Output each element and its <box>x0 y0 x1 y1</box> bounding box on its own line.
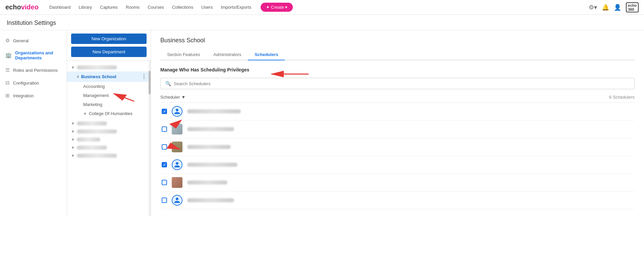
create-button[interactable]: ✦ Create ▾ <box>261 3 293 12</box>
blurred-org-3 <box>77 129 117 134</box>
chevron-collapse-1: ▼ <box>71 65 75 69</box>
top-nav: echovideo Dashboard Library Captures Roo… <box>0 0 644 15</box>
org-tree-blurred-2[interactable]: ▼ <box>67 119 151 127</box>
nav-collections[interactable]: Collections <box>172 5 194 10</box>
blurred-org-6 <box>77 154 117 158</box>
scheduler-col-label[interactable]: Scheduler ▼ <box>160 95 185 100</box>
sidebar-item-config-label: Configuration <box>13 81 39 86</box>
blurred-org-1 <box>77 65 117 69</box>
avatar-2 <box>172 124 182 135</box>
avatar-3 <box>172 142 182 152</box>
scrollbar-thumb[interactable] <box>149 71 151 94</box>
avatar-1 <box>172 106 182 117</box>
nav-rooms[interactable]: Rooms <box>126 5 140 10</box>
org-panel: New Organization New Department ▼ ∧ Busi… <box>67 30 151 216</box>
new-dept-button[interactable]: New Department <box>71 47 147 57</box>
table-row <box>160 103 635 120</box>
scheduler-label-text: Scheduler <box>160 95 180 100</box>
tab-administrators[interactable]: Administrators <box>207 49 248 60</box>
scrollbar-track <box>149 61 151 216</box>
logo-video: video <box>21 3 39 11</box>
chevron-b4: ▼ <box>71 138 75 142</box>
scheduler-checkbox-6[interactable] <box>162 198 167 203</box>
scheduler-name-3 <box>187 145 231 149</box>
scheduler-checkbox-1[interactable] <box>162 109 167 114</box>
sidebar-item-organizations[interactable]: 🏢 Organizations and Departments <box>0 47 67 64</box>
blurred-org-2 <box>77 121 107 125</box>
org-tree-marketing[interactable]: Marketing <box>67 100 151 109</box>
nav-right: ⚙▾ 🔔 👤 echo360 <box>589 2 639 12</box>
nav-dashboard[interactable]: Dashboard <box>49 5 71 10</box>
sidebar-item-integration[interactable]: ⊞ Integration <box>0 89 67 102</box>
nav-courses[interactable]: Courses <box>148 5 164 10</box>
sidebar-item-configuration[interactable]: ⊟ Configuration <box>0 76 67 89</box>
org-tree-accounting[interactable]: Accounting <box>67 82 151 91</box>
org-icon: 🏢 <box>5 52 12 58</box>
table-row <box>160 174 635 192</box>
scheduler-count: 6 Schedulers <box>609 95 635 100</box>
tab-schedulers[interactable]: Schedulers <box>248 49 285 60</box>
table-row <box>160 120 635 138</box>
accounting-label: Accounting <box>83 84 105 89</box>
logo[interactable]: echovideo <box>5 3 39 11</box>
search-bar[interactable]: 🔍 <box>160 78 635 89</box>
org-tree-business-school[interactable]: ∧ Business School ⋮ <box>67 71 151 82</box>
new-org-button[interactable]: New Organization <box>71 34 147 44</box>
sidebar-item-roles-label: Roles and Permissions <box>13 68 58 73</box>
logo-echo: echo <box>5 3 21 11</box>
tab-section-features[interactable]: Section Features <box>160 49 207 60</box>
roles-icon: ☰ <box>5 67 10 73</box>
org-tree-blurred-5[interactable]: ▼ <box>67 144 151 152</box>
nav-users[interactable]: Users <box>201 5 213 10</box>
settings-icon[interactable]: ⚙▾ <box>589 4 597 11</box>
main-layout: ⚙ General 🏢 Organizations and Department… <box>0 30 644 216</box>
scheduler-checkbox-5[interactable] <box>162 180 167 185</box>
chevron-b5: ▼ <box>71 146 75 150</box>
user-icon-4 <box>174 161 180 168</box>
table-row <box>160 138 635 156</box>
sidebar-item-integration-label: Integration <box>13 93 34 98</box>
blurred-org-4 <box>77 138 100 142</box>
chevron-expand-bs: ∧ <box>76 74 79 79</box>
search-icon: 🔍 <box>165 81 171 86</box>
sidebar-item-roles[interactable]: ☰ Roles and Permissions <box>0 64 67 76</box>
user-icon-6 <box>174 197 180 204</box>
sidebar-item-org-label: Organizations and Departments <box>15 50 61 60</box>
sidebar: ⚙ General 🏢 Organizations and Department… <box>0 30 67 216</box>
management-label: Management <box>83 93 109 98</box>
table-row <box>160 156 635 174</box>
org-tree-management[interactable]: Management <box>67 91 151 100</box>
org-tree-blurred-4[interactable]: ▼ <box>67 136 151 144</box>
org-buttons: New Organization New Department <box>67 30 151 61</box>
integration-icon: ⊞ <box>5 93 10 99</box>
profile-icon[interactable]: 👤 <box>614 4 621 11</box>
notifications-icon[interactable]: 🔔 <box>602 4 609 11</box>
more-icon-bs[interactable]: ⋮ <box>141 73 147 80</box>
general-icon: ⚙ <box>5 38 10 44</box>
tabs: Section Features Administrators Schedule… <box>160 49 635 60</box>
scheduler-name-4 <box>187 163 237 167</box>
search-input[interactable] <box>174 81 630 86</box>
org-tree-college-humanities[interactable]: ▼ College Of Humanities <box>67 109 151 118</box>
section-heading: Manage Who Has Scheduling Privileges <box>160 67 635 72</box>
content-area: Business School Section Features Adminis… <box>151 30 644 216</box>
nav-captures[interactable]: Captures <box>100 5 118 10</box>
scheduler-list-header: Scheduler ▼ 6 Schedulers <box>160 95 635 100</box>
nav-imports-exports[interactable]: Imports/Exports <box>221 5 251 10</box>
blurred-org-5 <box>77 146 107 150</box>
avatar-5 <box>172 177 182 188</box>
scheduler-checkbox-4[interactable] <box>162 162 167 167</box>
humanities-label: College Of Humanities <box>89 111 132 116</box>
scheduler-checkbox-2[interactable] <box>162 126 167 132</box>
org-tree: ▼ ∧ Business School ⋮ Accounting Managem… <box>67 61 151 216</box>
nav-library[interactable]: Library <box>79 5 92 10</box>
sidebar-item-general[interactable]: ⚙ General <box>0 34 67 47</box>
sidebar-item-general-label: General <box>13 38 29 43</box>
org-tree-blurred-1[interactable]: ▼ <box>67 63 151 71</box>
org-tree-blurred-3[interactable]: ▼ <box>67 127 151 136</box>
scheduler-name-6 <box>187 198 234 202</box>
scheduler-name-1 <box>187 109 241 113</box>
org-tree-blurred-6[interactable]: ▼ <box>67 152 151 160</box>
scheduler-checkbox-3[interactable] <box>162 144 167 150</box>
page-title: Institution Settings <box>0 15 644 30</box>
